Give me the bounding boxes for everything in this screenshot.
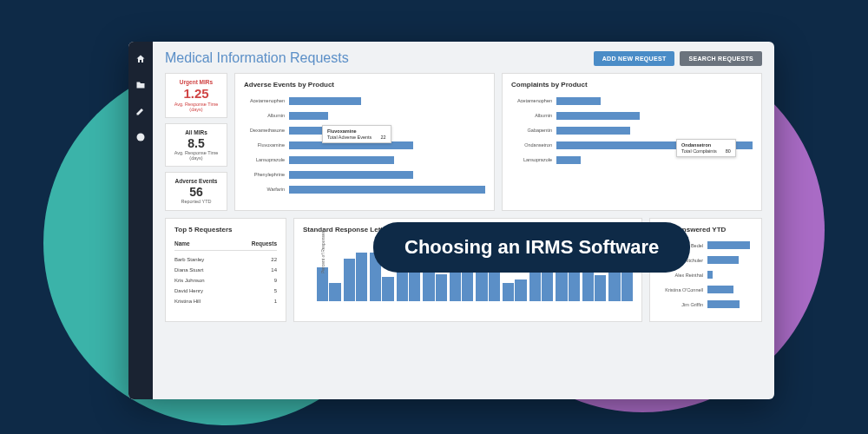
vbar-group: [344, 240, 368, 301]
vbar: [503, 283, 514, 301]
page-title: Medical Information Requests: [165, 50, 349, 66]
hbar-label: Acetamenophen: [244, 98, 289, 103]
td-name: Barb Stanley: [174, 257, 242, 262]
hbar-fill: [707, 271, 713, 279]
table-row[interactable]: Diana Stuart14: [174, 265, 277, 275]
hbar-track: [707, 256, 753, 264]
vbar: [344, 259, 355, 301]
vbar: [515, 279, 526, 301]
table-row[interactable]: Kristina Hill1: [174, 296, 277, 306]
edit-icon[interactable]: [135, 106, 146, 116]
hbar-fill: [289, 112, 328, 120]
tooltip: Fluvoxamine Total Adverse Events22: [322, 125, 391, 143]
header-buttons: ADD NEW REQUEST SEARCH REQUESTS: [594, 51, 762, 66]
hbar-track: [289, 112, 485, 120]
svg-point-0: [137, 134, 145, 141]
urgent-mirs-card[interactable]: Urgent MIRs 1.25 Avg. Response Time (day…: [165, 73, 227, 118]
td-name: Kristina Hill: [174, 299, 242, 304]
metric-title: Adverse Events: [169, 178, 223, 184]
hbar-track: [289, 171, 485, 179]
td-req: 5: [242, 288, 277, 293]
td-req: 14: [242, 267, 277, 273]
adverse-events-card[interactable]: Adverse Events 56 Reported YTD: [165, 172, 227, 210]
hbar-track: [289, 186, 485, 194]
tooltip-title: Fluvoxamine: [327, 128, 386, 134]
col-name: Name: [174, 240, 242, 247]
all-mirs-card[interactable]: All MIRs 8.5 Avg. Response Time (days): [165, 123, 227, 167]
hbar-track: [556, 97, 753, 105]
hbar-row: Gabapentin: [511, 125, 753, 135]
hbar-label: Albumin: [244, 113, 289, 118]
top-requesters-card: Top 5 Requesters Name Requests Barb Stan…: [165, 218, 286, 322]
hbar-row: Acetamenophen: [244, 95, 485, 106]
hbar-row: Lansoprazole: [244, 155, 485, 165]
chart-title: Top 5 Requesters: [174, 226, 277, 233]
metric-title: All MIRs: [169, 129, 223, 135]
metric-column: Urgent MIRs 1.25 Avg. Response Time (day…: [165, 73, 227, 211]
hbar-label: Kristina O'Connell: [659, 287, 707, 293]
td-req: 22: [242, 257, 277, 262]
hbar-row: Albumin: [244, 110, 485, 121]
td-req: 9: [242, 278, 277, 283]
hbar-chart: Ondansetron Total Complaints80 Acetameno…: [511, 95, 753, 165]
hbar-label: Lansoprazole: [244, 157, 289, 162]
hbar-fill: [556, 97, 601, 105]
hbar-row: Jim Griffin: [659, 299, 753, 310]
hbar-row: Albumin: [511, 110, 753, 121]
table-row[interactable]: Barb Stanley22: [174, 254, 277, 265]
sidebar: [128, 42, 153, 399]
hbar-label: Alex Reinthal: [659, 273, 707, 278]
hbar-fill: [556, 112, 640, 120]
tooltip-title: Ondansetron: [681, 142, 731, 148]
vbar: [329, 283, 340, 301]
hbar-fill: [707, 300, 740, 308]
metric-sub: Avg. Response Time (days): [169, 150, 223, 161]
tooltip: Ondansetron Total Complaints80: [676, 139, 736, 157]
hbar-label: Phenylephrine: [244, 172, 289, 177]
search-requests-button[interactable]: SEARCH REQUESTS: [680, 51, 762, 66]
table-row[interactable]: David Henry5: [174, 286, 277, 296]
td-req: 1: [242, 299, 277, 304]
vbar: [595, 275, 606, 300]
hbar-label: Lansoprazole: [511, 157, 556, 162]
hbar-fill: [289, 186, 485, 194]
hbar-fill: [556, 156, 581, 164]
hbar-fill: [289, 156, 394, 164]
hbar-fill: [289, 97, 361, 105]
table-row[interactable]: Kris Johnson9: [174, 275, 277, 286]
complaints-chart: Complaints by Product Ondansetron Total …: [502, 73, 762, 211]
metric-value: 8.5: [169, 137, 223, 150]
hbar-fill: [707, 286, 733, 293]
hbar-track: [556, 127, 753, 135]
dashboard-icon[interactable]: [135, 132, 146, 142]
hbar-track: [556, 112, 753, 120]
y-axis-label: Percent of Responses: [320, 230, 326, 273]
hbar-row: Kristina O'Connell: [659, 285, 753, 295]
home-icon[interactable]: [135, 54, 146, 64]
chart-title: Adverse Events by Product: [244, 81, 485, 89]
overlay-banner: Choosing an IRMS Software: [373, 222, 690, 273]
vbar: [356, 253, 367, 301]
hbar-fill: [707, 241, 750, 249]
top-row: Urgent MIRs 1.25 Avg. Response Time (day…: [165, 73, 762, 211]
hbar-fill: [556, 127, 630, 135]
col-requests: Requests: [242, 240, 277, 247]
hbar-chart: Fluvoxamine Total Adverse Events22 Aceta…: [244, 95, 485, 194]
hbar-row: Warfarin: [244, 184, 485, 194]
hbar-row: Acetamenophen: [511, 95, 753, 106]
td-name: Diana Stuart: [174, 267, 242, 273]
hbar-track: [707, 271, 753, 279]
hbar-label: Acetamenophen: [511, 98, 556, 103]
hbar-label: Albumin: [511, 113, 556, 118]
hbar-label: Gabapentin: [511, 128, 556, 133]
metric-value: 56: [169, 186, 223, 199]
td-name: Kris Johnson: [174, 278, 242, 283]
hbar-track: [289, 156, 485, 164]
table-header: Name Requests: [174, 240, 277, 251]
hbar-label: Fluvoxamine: [244, 142, 289, 148]
hbar-label: Dexamethasone: [244, 128, 289, 133]
add-request-button[interactable]: ADD NEW REQUEST: [594, 51, 675, 66]
metric-sub: Avg. Response Time (days): [169, 102, 223, 112]
folder-icon[interactable]: [135, 80, 146, 90]
metric-value: 1.25: [169, 87, 223, 102]
